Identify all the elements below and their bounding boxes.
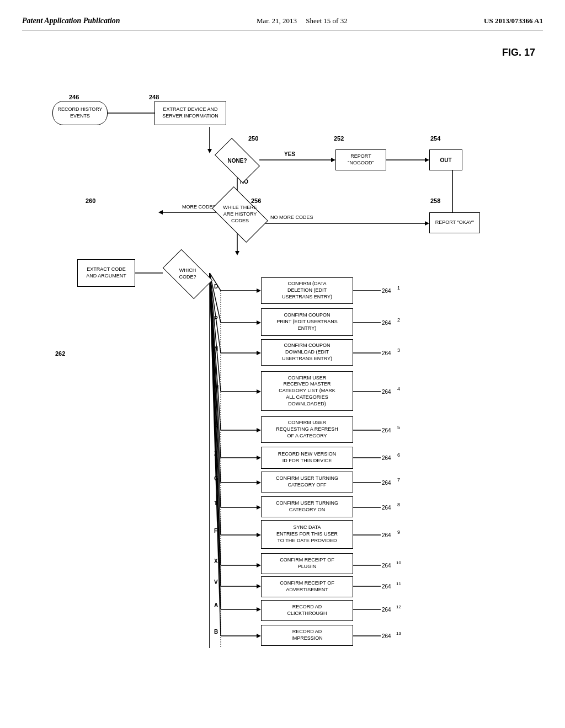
svg-text:10: 10	[396, 560, 401, 565]
svg-text:264: 264	[382, 320, 391, 326]
svg-text:D: D	[214, 283, 218, 290]
svg-text:6: 6	[397, 452, 400, 458]
svg-marker-39	[257, 428, 261, 432]
svg-text:264: 264	[382, 584, 391, 590]
svg-text:7: 7	[397, 477, 400, 483]
which-code-diamond-container: WHICHCODE?	[163, 258, 212, 290]
svg-text:B: B	[214, 629, 218, 635]
svg-line-61	[210, 273, 221, 586]
svg-text:264: 264	[382, 350, 391, 356]
svg-text:12: 12	[396, 604, 401, 609]
svg-marker-43	[257, 456, 261, 460]
record-new-version-box: RECORD NEW VERSION ID FOR THIS DEVICE	[261, 447, 353, 469]
svg-line-53	[210, 273, 221, 535]
confirm-category-on-box: CONFIRM USER TURNING CATEGORY ON	[261, 496, 353, 517]
label-246: 246	[69, 94, 79, 100]
svg-line-33	[210, 273, 221, 392]
svg-marker-63	[257, 584, 261, 588]
svg-text:G: G	[214, 475, 218, 481]
confirm-receipt-plugin-box: CONFIRM RECEIPT OF PLUGIN	[261, 553, 353, 574]
svg-text:2: 2	[397, 317, 400, 323]
svg-text:X: X	[214, 558, 218, 564]
header-title: Patent Application Publication	[22, 17, 120, 25]
label-250: 250	[248, 135, 258, 142]
svg-text:8: 8	[397, 502, 400, 507]
svg-text:264: 264	[382, 532, 391, 538]
record-history-box: RECORD HISTORY EVENTS	[52, 101, 108, 125]
page: Patent Application Publication Mar. 21, …	[0, 0, 565, 728]
label-262: 262	[55, 350, 65, 357]
header-patent: US 2013/073366 A1	[484, 17, 543, 25]
svg-text:V: V	[214, 579, 218, 585]
svg-text:R: R	[214, 423, 218, 429]
svg-text:264: 264	[382, 607, 391, 613]
svg-text:264: 264	[382, 288, 391, 294]
svg-marker-51	[257, 505, 261, 510]
confirm-coupon-print-box: CONFIRM COUPON PRINT (EDIT USERTRANS ENT…	[261, 308, 353, 336]
svg-text:264: 264	[382, 633, 391, 639]
svg-marker-67	[257, 607, 261, 612]
svg-text:T: T	[214, 500, 217, 506]
svg-marker-13	[158, 210, 163, 215]
confirm-user-received-box: CONFIRM USER RECEIVED MASTER CATEGORY LI…	[261, 371, 353, 411]
diagram: FIG. 17 YES NO	[22, 41, 546, 714]
out-box: OUT	[429, 149, 462, 170]
confirm-receipt-ad-box: CONFIRM RECEIPT OF ADVERTISEMENT	[261, 576, 353, 597]
svg-marker-11	[425, 158, 429, 162]
svg-marker-5	[331, 158, 335, 162]
none-diamond-container: NONE?	[215, 146, 259, 175]
page-header: Patent Application Publication Mar. 21, …	[22, 17, 543, 30]
svg-marker-19	[235, 251, 239, 255]
fig-label: FIG. 17	[502, 47, 535, 58]
record-ad-clickthrough-box: RECORD AD CLICKTHROUGH	[261, 600, 353, 621]
svg-text:264: 264	[382, 389, 391, 395]
svg-line-65	[210, 273, 221, 609]
svg-text:1: 1	[397, 285, 400, 291]
label-254: 254	[430, 135, 440, 142]
svg-line-69	[210, 273, 221, 636]
svg-marker-31	[257, 351, 261, 355]
svg-text:9: 9	[397, 529, 400, 535]
svg-text:A: A	[214, 602, 218, 608]
svg-marker-59	[257, 563, 261, 568]
svg-text:264: 264	[382, 455, 391, 461]
svg-text:NO MORE CODES: NO MORE CODES	[270, 215, 313, 220]
confirm-coupon-download-box: CONFIRM COUPON DOWNLOAD (EDIT USERTRANS …	[261, 339, 353, 366]
svg-text:F: F	[214, 528, 217, 534]
svg-text:11: 11	[396, 581, 401, 586]
svg-text:13: 13	[396, 631, 401, 636]
label-248: 248	[149, 94, 159, 100]
svg-line-45	[210, 273, 221, 483]
header-date-sheet: Mar. 21, 2013 Sheet 15 of 32	[257, 17, 348, 25]
record-ad-impression-box: RECORD AD IMPRESSION	[261, 625, 353, 646]
svg-text:3: 3	[397, 347, 400, 353]
svg-text:P: P	[214, 315, 218, 322]
extract-device-box: EXTRACT DEVICE AND SERVER INFORMATION	[154, 101, 226, 125]
label-252: 252	[334, 135, 344, 142]
svg-marker-35	[257, 389, 261, 394]
svg-text:N: N	[214, 346, 218, 352]
svg-text:264: 264	[382, 480, 391, 486]
svg-marker-3	[207, 149, 212, 153]
label-260: 260	[86, 197, 95, 204]
svg-marker-47	[257, 480, 261, 485]
svg-line-41	[210, 273, 221, 458]
svg-line-49	[210, 273, 221, 507]
svg-marker-27	[257, 320, 261, 325]
report-okay-box: REPORT "OKAY"	[429, 212, 480, 233]
svg-text:264: 264	[382, 427, 391, 433]
svg-text:5: 5	[397, 425, 400, 430]
sync-data-box: SYNC DATA ENTRIES FOR THIS USER TO THE D…	[261, 520, 353, 549]
svg-marker-55	[257, 533, 261, 537]
svg-line-37	[210, 273, 221, 430]
svg-text:Z: Z	[214, 451, 217, 457]
svg-text:MORE CODES: MORE CODES	[182, 204, 216, 210]
extract-code-box: EXTRACT CODE AND ARGUMENT	[77, 259, 135, 287]
svg-text:4: 4	[397, 386, 400, 392]
label-258: 258	[430, 197, 440, 204]
svg-marker-23	[257, 288, 261, 293]
report-nogood-box: REPORT "NOGOOD"	[335, 149, 386, 170]
confirm-category-off-box: CONFIRM USER TURNING CATEGORY OFF	[261, 472, 353, 493]
svg-text:264: 264	[382, 505, 391, 511]
confirm-user-refresh-box: CONFIRM USER REQUESTING A REFRESH OF A C…	[261, 416, 353, 443]
